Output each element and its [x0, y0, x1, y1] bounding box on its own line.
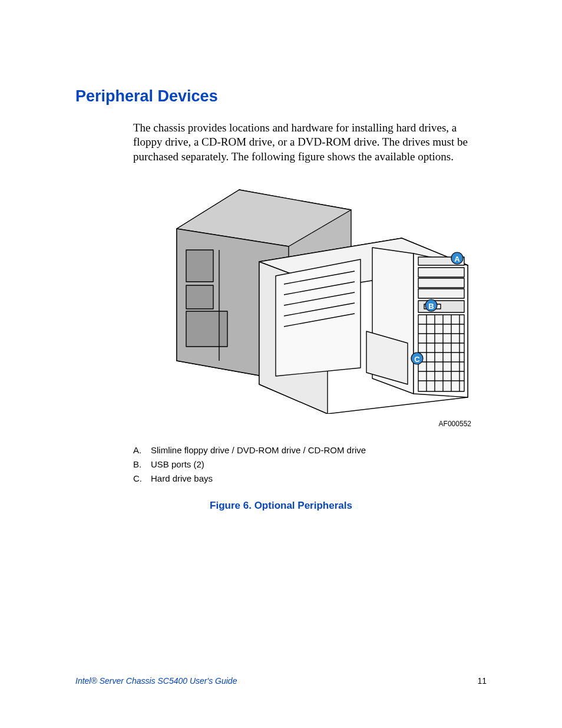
page-footer: Intel® Server Chassis SC5400 User's Guid… — [75, 676, 487, 686]
callout-c-icon: C — [411, 353, 423, 364]
callout-legend: A. Slimline floppy drive / DVD-ROM drive… — [133, 443, 487, 486]
svg-rect-5 — [186, 311, 227, 347]
section-paragraph: The chassis provides locations and hardw… — [133, 121, 487, 164]
svg-rect-22 — [418, 289, 464, 298]
section-heading: Peripheral Devices — [75, 87, 487, 106]
figure: A B C AF000552 — [133, 184, 475, 428]
callout-row-c: C. Hard drive bays — [133, 472, 487, 486]
callout-b-icon: B — [425, 299, 437, 311]
figure-reference-code: AF000552 — [133, 420, 471, 428]
chassis-diagram-icon: A B C — [160, 184, 472, 414]
callout-text: Slimline floppy drive / DVD-ROM drive / … — [151, 443, 366, 457]
figure-caption: Figure 6. Optional Peripherals — [75, 500, 487, 512]
svg-rect-20 — [418, 268, 464, 277]
svg-rect-26 — [418, 315, 464, 391]
callout-row-b: B. USB ports (2) — [133, 457, 487, 472]
svg-marker-11 — [276, 259, 361, 376]
callout-text: Hard drive bays — [151, 472, 213, 486]
svg-rect-21 — [418, 278, 464, 288]
callout-text: USB ports (2) — [151, 457, 204, 472]
callout-row-a: A. Slimline floppy drive / DVD-ROM drive… — [133, 443, 487, 457]
callout-a-icon: A — [451, 252, 463, 264]
svg-rect-3 — [186, 250, 213, 282]
svg-text:C: C — [414, 354, 420, 363]
callout-letter: C. — [133, 472, 151, 486]
footer-doc-title: Intel® Server Chassis SC5400 User's Guid… — [75, 676, 237, 686]
svg-rect-4 — [186, 285, 213, 309]
callout-letter: B. — [133, 457, 151, 472]
callout-letter: A. — [133, 443, 151, 457]
svg-text:B: B — [428, 301, 434, 310]
svg-text:A: A — [454, 254, 460, 263]
page: Peripheral Devices The chassis provides … — [0, 0, 562, 728]
footer-page-number: 11 — [477, 676, 487, 686]
